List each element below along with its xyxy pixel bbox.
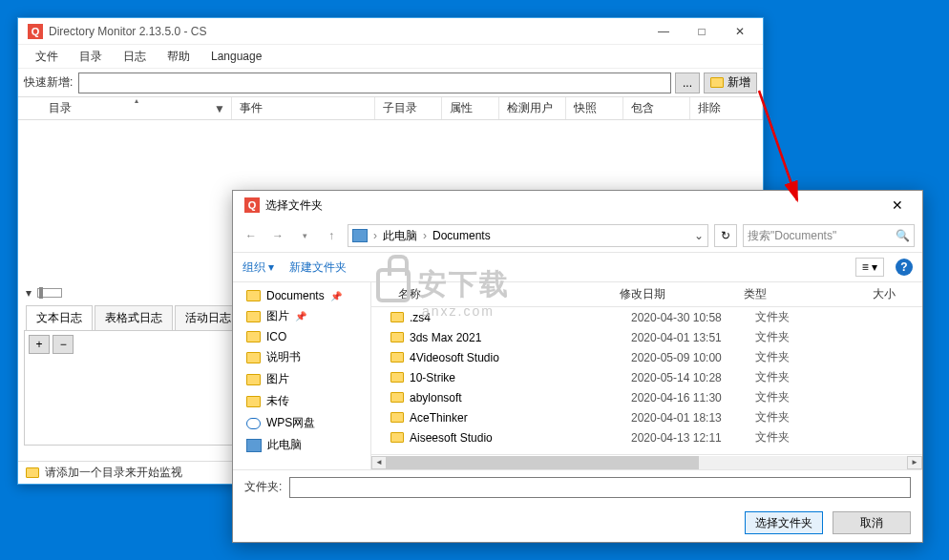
tree-item[interactable]: 此电脑 <box>233 434 370 456</box>
refresh-button[interactable]: ↻ <box>714 224 737 247</box>
file-type: 文件夹 <box>755 389 812 405</box>
forward-button[interactable]: → <box>267 225 288 246</box>
tree-item[interactable]: WPS网盘 <box>233 412 370 434</box>
folder-icon <box>246 374 261 385</box>
col-include[interactable]: 包含 <box>623 97 690 119</box>
recent-button[interactable]: ▾ <box>294 225 315 246</box>
tree-item-label: WPS网盘 <box>266 415 315 431</box>
add-button[interactable]: 新增 <box>704 73 757 93</box>
col-directory[interactable]: ▴ 目录 ▼ <box>41 97 232 119</box>
col-size[interactable]: 大小 <box>793 286 922 302</box>
file-name: 10-Strike <box>410 371 631 384</box>
file-row[interactable]: 4Videosoft Studio2020-05-09 10:00文件夹 <box>371 347 922 367</box>
search-input[interactable]: 搜索"Documents" 🔍 <box>743 224 915 247</box>
menu-help[interactable]: 帮助 <box>158 46 200 68</box>
tree-item[interactable]: 说明书 <box>233 346 370 368</box>
file-row[interactable]: 3ds Max 20212020-04-01 13:51文件夹 <box>371 327 922 347</box>
scroll-track[interactable] <box>387 456 907 469</box>
tree-item[interactable]: 图片 <box>233 368 370 390</box>
chevron-down-icon[interactable]: ▾ <box>26 286 32 300</box>
nav-toolbar: ← → ▾ ↑ › 此电脑 › Documents ⌄ ↻ 搜索"Documen… <box>233 219 922 252</box>
browse-button[interactable]: ... <box>675 73 700 93</box>
file-row[interactable]: abylonsoft2020-04-16 11:30文件夹 <box>371 387 922 407</box>
tree-item[interactable]: 图片📌 <box>233 305 370 327</box>
file-name: Aiseesoft Studio <box>410 431 631 445</box>
file-type: 文件夹 <box>755 369 812 385</box>
file-name: AceThinker <box>410 411 631 425</box>
folder-icon <box>390 432 404 443</box>
organize-button[interactable]: 组织 ▾ <box>243 259 274 276</box>
view-mode-button[interactable]: ≡ ▾ <box>855 258 884 277</box>
tree-item[interactable]: ICO <box>233 327 370 346</box>
app-icon: Q <box>244 197 260 213</box>
tree-item[interactable]: Documents📌 <box>233 286 370 305</box>
file-row[interactable]: AceThinker2020-04-01 18:13文件夹 <box>371 407 922 427</box>
breadcrumb-root[interactable]: 此电脑 <box>383 228 417 244</box>
file-row[interactable]: Aiseesoft Studio2020-04-13 12:11文件夹 <box>371 427 922 447</box>
menu-language[interactable]: Language <box>201 47 271 66</box>
file-name: abylonsoft <box>410 391 631 404</box>
scroll-left-icon[interactable]: ◄ <box>371 456 387 469</box>
menu-dir[interactable]: 目录 <box>70 46 112 68</box>
address-dropdown-icon[interactable]: ⌄ <box>694 229 704 242</box>
folder-icon <box>390 392 404 403</box>
up-button[interactable]: ↑ <box>321 225 342 246</box>
file-date: 2020-04-16 11:30 <box>631 391 755 404</box>
back-button[interactable]: ← <box>241 225 262 246</box>
quick-add-input[interactable] <box>78 73 671 93</box>
select-folder-button[interactable]: 选择文件夹 <box>745 511 823 534</box>
quick-add-row: 快速新增: ... 新增 <box>18 68 763 96</box>
new-folder-button[interactable]: 新建文件夹 <box>289 259 347 276</box>
hscrollbar[interactable]: ◄ ► <box>371 454 922 469</box>
file-date: 2020-05-09 10:00 <box>631 351 755 364</box>
window-title: Directory Monitor 2.13.5.0 - CS <box>49 25 644 38</box>
tree-item[interactable]: 未传 <box>233 390 370 412</box>
file-row[interactable]: 10-Strike2020-05-14 10:28文件夹 <box>371 367 922 387</box>
filter-icon[interactable]: ▼ <box>214 102 225 115</box>
tree-item-label: 此电脑 <box>267 437 302 453</box>
col-name[interactable]: 名称 <box>371 286 612 302</box>
folder-icon <box>390 352 404 363</box>
tab-table-log[interactable]: 表格式日志 <box>95 305 173 330</box>
slider-track[interactable] <box>37 288 62 298</box>
help-icon[interactable]: ? <box>896 259 913 276</box>
menu-file[interactable]: 文件 <box>26 46 68 68</box>
chevron-right-icon: › <box>423 229 427 242</box>
log-remove-button[interactable]: − <box>53 335 74 354</box>
log-add-button[interactable]: + <box>29 335 50 354</box>
col-snap[interactable]: 快照 <box>566 97 623 119</box>
tab-text-log[interactable]: 文本日志 <box>26 305 93 330</box>
menu-log[interactable]: 日志 <box>114 46 156 68</box>
col-user[interactable]: 检测用户 <box>499 97 566 119</box>
quick-add-label: 快速新增: <box>24 74 74 91</box>
tree-item-label: 图片 <box>266 371 289 387</box>
col-event[interactable]: 事件 <box>232 97 375 119</box>
scroll-right-icon[interactable]: ► <box>907 456 922 469</box>
minimize-button[interactable]: — <box>644 18 683 45</box>
col-type[interactable]: 类型 <box>736 286 793 302</box>
file-type: 文件夹 <box>755 349 812 365</box>
col-date[interactable]: 修改日期 <box>612 286 736 302</box>
folder-icon <box>246 352 261 363</box>
search-placeholder: 搜索"Documents" <box>748 228 836 244</box>
file-date: 2020-05-14 10:28 <box>631 371 755 384</box>
scroll-thumb[interactable] <box>387 456 699 469</box>
maximize-button[interactable]: □ <box>683 18 721 45</box>
col-attr[interactable]: 属性 <box>442 97 499 119</box>
dialog-close-button[interactable]: ✕ <box>878 191 917 219</box>
folder-icon <box>390 312 404 322</box>
folder-icon <box>390 412 404 423</box>
tree-item-label: 图片 <box>266 308 289 324</box>
address-bar[interactable]: › 此电脑 › Documents ⌄ <box>348 224 708 247</box>
file-date: 2020-04-13 12:11 <box>631 431 755 445</box>
col-exclude[interactable]: 排除 <box>690 97 763 119</box>
close-button[interactable]: ✕ <box>721 18 759 45</box>
tree-item-label: ICO <box>266 330 286 343</box>
cancel-button[interactable]: 取消 <box>833 511 911 534</box>
folder-input[interactable] <box>289 477 911 498</box>
slider-thumb[interactable] <box>39 287 43 299</box>
chevron-right-icon: › <box>373 229 377 242</box>
breadcrumb-loc[interactable]: Documents <box>432 229 491 242</box>
menubar: 文件 目录 日志 帮助 Language <box>18 45 763 68</box>
col-subdir[interactable]: 子目录 <box>375 97 442 119</box>
